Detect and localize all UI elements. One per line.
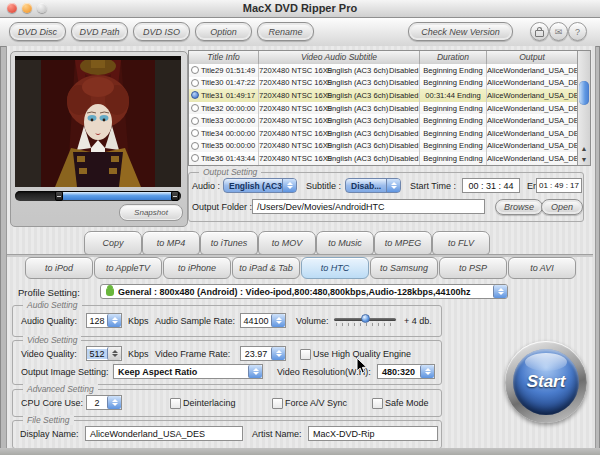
force-sync-label: Force A/V Sync	[285, 398, 347, 408]
force-sync-checkbox[interactable]	[272, 398, 283, 409]
radio-title30[interactable]	[191, 79, 199, 87]
radio-title36[interactable]	[191, 154, 199, 162]
rename-button[interactable]: Rename	[257, 22, 314, 41]
volume-slider[interactable]	[334, 315, 396, 327]
table-row[interactable]: Title32 00:00:00 720X480 NTSC 16X9Englis…	[189, 102, 577, 115]
sample-rate-stepper[interactable]: 44100	[240, 313, 286, 328]
video-quality-stepper[interactable]: 512	[86, 346, 122, 361]
video-setting-label: Video Setting	[23, 335, 81, 345]
tab-to-ipad-tab[interactable]: to iPad & Tab	[232, 257, 300, 279]
display-name-field[interactable]: AliceWonderland_USA_DES	[85, 426, 243, 441]
trim-start-handle[interactable]	[55, 191, 63, 201]
tab-divider	[7, 254, 593, 257]
open-button[interactable]: Open	[541, 199, 583, 215]
radio-title29[interactable]	[191, 66, 199, 74]
start-time-label: Start Time :	[410, 181, 456, 191]
title-bar: MacX DVD Ripper Pro	[0, 0, 600, 18]
option-button[interactable]: Option	[195, 22, 252, 41]
table-row[interactable]: Title34 00:00:00 720X480 NTSC 16X9Englis…	[189, 127, 577, 140]
dvd-disc-button[interactable]: DVD Disc	[9, 22, 66, 41]
hq-engine-checkbox[interactable]	[300, 349, 311, 360]
trim-end-handle[interactable]	[171, 191, 179, 201]
radio-title34[interactable]	[191, 129, 199, 137]
start-button-face[interactable]: Start	[513, 349, 579, 415]
table-row[interactable]: Title35 00:00:00 720X480 NTSC 16X9Englis…	[189, 140, 577, 153]
output-folder-label: Output Folder :	[192, 202, 252, 212]
start-time-field[interactable]: 00 : 31 : 44	[462, 178, 520, 193]
account-button[interactable]	[530, 22, 549, 41]
snapshot-button[interactable]: Snapshot	[119, 204, 183, 221]
col-output[interactable]: Output	[487, 51, 577, 64]
tab-to-mpeg[interactable]: to MPEG	[374, 231, 432, 255]
radio-title32[interactable]	[191, 104, 199, 112]
help-icon: ?	[575, 27, 580, 37]
stepper-arrows-icon	[420, 365, 434, 378]
tab-to-itunes[interactable]: to iTunes	[200, 231, 258, 255]
tab-to-psp[interactable]: to PSP	[439, 257, 507, 279]
browse-button[interactable]: Browse	[495, 199, 543, 215]
stepper-arrows-icon	[493, 285, 507, 298]
audio-select[interactable]: English (AC3...	[223, 178, 297, 193]
stepper-arrows-icon	[282, 179, 296, 192]
video-frame-art	[15, 56, 181, 187]
col-duration[interactable]: Duration	[420, 51, 487, 64]
safe-mode-checkbox[interactable]	[372, 398, 383, 409]
table-row-selected[interactable]: Title31 01:49:17 720X480 NTSC 16X9Englis…	[189, 89, 577, 102]
tab-to-mp4[interactable]: to MP4	[142, 231, 200, 255]
stepper-arrows-icon	[107, 347, 121, 360]
dvd-iso-button[interactable]: DVD ISO	[133, 22, 190, 41]
col-title-info[interactable]: Title Info	[189, 51, 259, 64]
radio-title33[interactable]	[191, 117, 199, 125]
tab-to-samsung[interactable]: to Samsung	[370, 257, 438, 279]
deinterlacing-checkbox[interactable]	[170, 398, 181, 409]
output-folder-field[interactable]: /Users/Dev/Movies/AndroidHTC	[252, 199, 485, 214]
preview-panel: Snapshot	[10, 51, 188, 227]
check-new-version-button[interactable]: Check New Version	[408, 22, 513, 41]
stepper-arrows-icon	[271, 347, 285, 360]
dvd-path-button[interactable]: DVD Path	[71, 22, 128, 41]
resolution-select[interactable]: 480:320	[377, 364, 435, 379]
table-row[interactable]: Title36 01:43:44 720X480 NTSC 16X9Englis…	[189, 152, 577, 165]
artist-name-field[interactable]: MacX-DVD-Rip	[308, 426, 438, 441]
tab-to-flv[interactable]: to FLV	[432, 231, 490, 255]
mail-button[interactable]: ✉	[549, 22, 568, 41]
sample-rate-label: Audio Sample Rate:	[155, 316, 235, 326]
lock-icon	[535, 30, 544, 37]
file-setting-label: File Setting	[23, 415, 74, 425]
table-scrollbar[interactable]: ▲ ▼	[577, 51, 590, 165]
radio-title35[interactable]	[191, 142, 199, 150]
slider-thumb[interactable]	[361, 314, 370, 323]
subtitle-select[interactable]: Disab...	[345, 178, 401, 193]
audio-quality-stepper[interactable]: 128	[86, 313, 122, 328]
tab-to-appletv[interactable]: to AppleTV	[94, 257, 162, 279]
frame-rate-label: Video Frame Rate:	[155, 349, 230, 359]
android-icon	[106, 288, 114, 296]
profile-select[interactable]: General : 800x480 (Android) : Video-ipod…	[100, 284, 508, 299]
tab-to-music[interactable]: to Music	[316, 231, 374, 255]
table-row[interactable]: Title30 01:47:22 720X480 NTSC 16X9Englis…	[189, 77, 577, 90]
window-bottom-frame	[0, 448, 600, 455]
frame-rate-stepper[interactable]: 23.97	[240, 346, 286, 361]
tab-to-htc-active[interactable]: to HTC	[301, 257, 369, 279]
table-row[interactable]: Title29 01:51:49 720X480 NTSC 16X9Englis…	[189, 64, 577, 77]
trim-seekbar[interactable]	[15, 191, 181, 201]
image-setting-select[interactable]: Keep Aspect Ratio	[113, 364, 263, 379]
mail-icon: ✉	[555, 27, 563, 37]
tab-to-mov[interactable]: to MOV	[258, 231, 316, 255]
end-time-field[interactable]: 01 : 49 : 17	[536, 178, 582, 193]
stepper-arrows-icon	[107, 314, 121, 327]
tab-to-avi[interactable]: to AVI	[508, 257, 576, 279]
tab-copy[interactable]: Copy	[84, 231, 142, 255]
cpu-core-stepper[interactable]: 2	[86, 395, 122, 410]
scroll-up-icon[interactable]: ▲	[578, 143, 590, 154]
start-button[interactable]: Start	[505, 341, 587, 423]
table-row[interactable]: Title33 00:00:00 720X480 NTSC 16X9Englis…	[189, 114, 577, 127]
scrollbar-thumb[interactable]	[579, 81, 589, 105]
tab-to-iphone[interactable]: to iPhone	[163, 257, 231, 279]
tab-to-ipod[interactable]: to iPod	[25, 257, 93, 279]
scroll-down-icon[interactable]: ▼	[578, 154, 590, 165]
deinterlacing-label: Deinterlacing	[183, 398, 236, 408]
help-button[interactable]: ?	[568, 22, 587, 41]
col-video-audio-subtitle[interactable]: Video Audio Subtitle	[259, 51, 420, 64]
radio-title31-selected[interactable]	[191, 91, 199, 99]
